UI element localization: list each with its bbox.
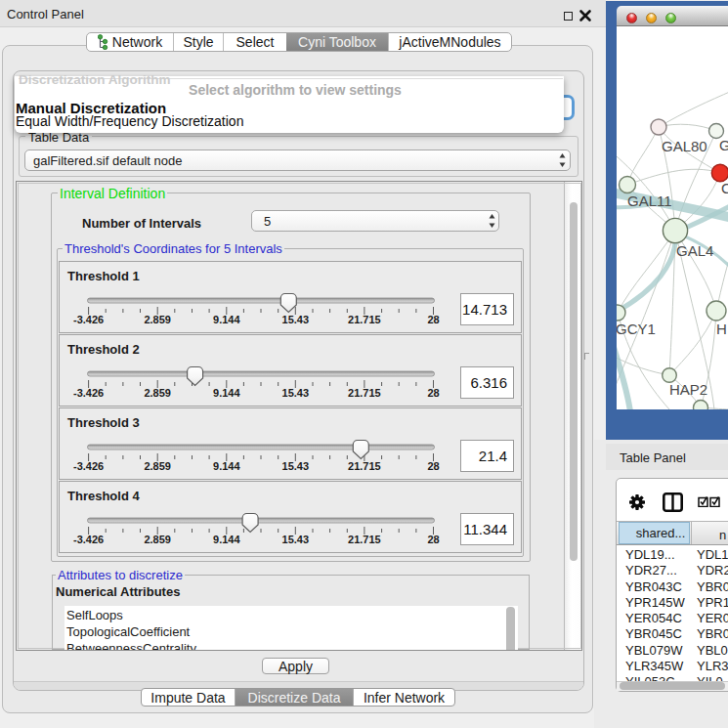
svg-text:HAP2: HAP2 [669,381,707,398]
svg-text:G.: G. [719,137,728,153]
svg-text:21.715: 21.715 [348,314,381,325]
svg-text:15.43: 15.43 [282,314,310,325]
svg-text:9.144: 9.144 [213,314,240,325]
svg-text:28: 28 [427,460,439,472]
svg-text:2.859: 2.859 [144,314,171,325]
svg-text:21.715: 21.715 [348,387,381,399]
svg-text:-3.426: -3.426 [73,314,104,325]
svg-text:GAL11: GAL11 [627,193,672,209]
svg-text:C: C [721,180,728,196]
svg-text:H: H [716,321,727,337]
svg-text:-3.426: -3.426 [73,534,104,545]
svg-text:-3.426: -3.426 [73,387,104,399]
svg-text:21.715: 21.715 [348,460,381,472]
svg-text:28: 28 [427,387,439,399]
svg-text:GAL80: GAL80 [662,138,707,154]
svg-text:-3.426: -3.426 [73,460,104,472]
svg-text:GCY1: GCY1 [617,321,656,337]
svg-text:21.715: 21.715 [348,534,381,545]
svg-text:2.859: 2.859 [144,460,171,472]
svg-text:28: 28 [427,314,439,325]
svg-text:GAL4: GAL4 [676,242,713,259]
svg-text:9.144: 9.144 [213,387,240,399]
svg-text:15.43: 15.43 [282,387,310,399]
svg-text:9.144: 9.144 [213,534,240,545]
svg-text:2.859: 2.859 [144,534,171,545]
svg-text:15.43: 15.43 [282,534,310,545]
svg-text:9.144: 9.144 [213,460,240,472]
svg-text:28: 28 [427,534,439,545]
svg-text:15.43: 15.43 [282,460,310,472]
svg-text:2.859: 2.859 [144,387,171,399]
